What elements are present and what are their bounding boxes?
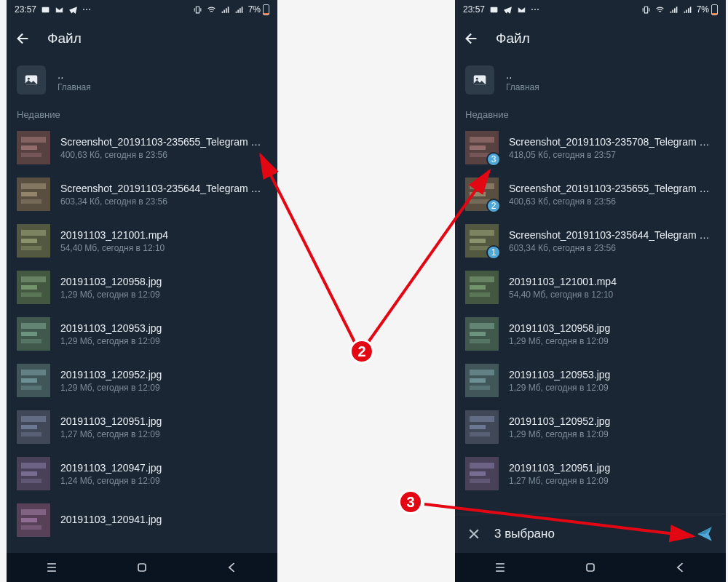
file-item[interactable]: 20191103_120951.jpg1,27 Мб, сегодня в 12… [455,450,726,497]
file-item[interactable]: 20191103_121001.mp454,40 Мб, сегодня в 1… [7,218,277,264]
file-thumbnail [17,224,50,258]
svg-rect-52 [470,192,486,196]
svg-rect-55 [470,230,494,236]
file-meta: 1,27 Мб, сегодня в 12:09 [509,476,716,486]
section-recent: Недавние [7,102,277,124]
annotation-step-3: 3 [398,490,423,514]
file-name: Screenshot_20191103-235708_Telegram X.jp… [509,136,716,148]
file-thumbnail [17,364,50,397]
svg-rect-30 [21,432,41,436]
mail-icon [55,5,64,15]
selection-bar: 3 выбрано [455,514,726,553]
telegram-icon [68,5,78,15]
svg-rect-32 [21,463,46,469]
file-thumbnail [17,503,50,537]
more-icon: ⋯ [82,4,91,15]
svg-rect-8 [21,183,46,189]
svg-rect-73 [470,432,490,436]
recents-icon[interactable] [44,560,59,575]
svg-rect-14 [21,246,41,250]
file-item[interactable]: 20191103_120958.jpg1,29 Мб, сегодня в 12… [455,311,726,357]
svg-rect-64 [470,332,486,336]
home-icon[interactable] [583,560,598,575]
file-list: 3Screenshot_20191103-235708_Telegram X.j… [455,124,726,514]
system-nav [7,553,277,582]
file-name: 20191103_120953.jpg [509,369,716,380]
page-title: Файл [47,31,82,47]
section-recent: Недавние [455,102,726,124]
file-name: 20191103_121001.mp4 [509,276,716,287]
phone-right: 23:57 ⋯ 7% Файл .. Главная Неда [455,0,726,582]
back-icon[interactable] [15,31,31,47]
status-bar: 23:57 ⋯ 7% [7,0,277,19]
file-thumbnail [465,457,499,490]
phone-left: 23:57 ⋯ 7% Файл .. Главная Неда [7,0,277,582]
file-item[interactable]: Screenshot_20191103-235655_Telegram X.jp… [7,124,277,171]
svg-rect-28 [21,416,46,422]
file-item[interactable]: 20191103_120953.jpg1,29 Мб, сегодня в 12… [455,357,726,404]
file-item[interactable]: 20191103_121001.mp454,40 Мб, сегодня в 1… [455,264,726,311]
svg-rect-36 [21,509,46,515]
file-name: 20191103_120953.jpg [60,322,267,334]
app-bar: Файл [455,19,726,58]
file-item[interactable]: 20191103_120941.jpg [7,497,277,543]
svg-rect-10 [21,199,41,204]
battery-indicator: 7% [248,4,269,15]
selection-badge: 1 [486,245,501,260]
file-item[interactable]: 1Screenshot_20191103-235644_Telegram X.j… [455,218,726,264]
svg-point-2 [28,78,30,80]
svg-rect-67 [470,370,494,375]
image-icon [465,65,494,95]
file-thumbnail: 2 [465,178,499,211]
svg-rect-48 [470,146,486,150]
file-item[interactable]: 2Screenshot_20191103-235655_Telegram X.j… [455,171,726,218]
file-meta: 1,29 Мб, сегодня в 12:09 [60,336,267,346]
file-item[interactable]: 20191103_120952.jpg1,29 Мб, сегодня в 12… [7,357,277,404]
file-name: 20191103_120952.jpg [509,415,716,427]
nav-up-label: Главная [506,82,539,92]
svg-rect-17 [21,285,37,290]
file-item[interactable]: 20191103_120958.jpg1,29 Мб, сегодня в 12… [7,264,277,311]
file-item[interactable]: 20191103_120953.jpg1,29 Мб, сегодня в 12… [7,311,277,357]
file-item[interactable]: 20191103_120952.jpg1,29 Мб, сегодня в 12… [455,404,726,450]
file-item[interactable]: 3Screenshot_20191103-235708_Telegram X.j… [455,124,726,171]
system-nav [455,553,726,582]
home-icon[interactable] [135,560,149,575]
svg-rect-33 [21,471,37,476]
svg-rect-42 [138,564,146,571]
back-softkey-icon[interactable] [225,560,240,575]
back-icon[interactable] [464,31,480,47]
file-item[interactable]: 20191103_120951.jpg1,27 Мб, сегодня в 12… [7,404,277,450]
file-thumbnail [465,271,499,304]
nav-up-dots: .. [506,68,539,81]
nav-up-row[interactable]: .. Главная [7,58,277,102]
nav-up-row[interactable]: .. Главная [455,58,726,102]
svg-rect-63 [470,323,494,329]
status-time: 23:57 [15,4,36,15]
svg-rect-61 [470,292,490,297]
send-icon[interactable] [695,525,714,543]
page-title: Файл [496,31,530,47]
status-bar: 23:57 ⋯ 7% [455,0,726,19]
file-item[interactable]: 20191103_120947.jpg1,24 Мб, сегодня в 12… [7,450,277,497]
back-softkey-icon[interactable] [673,560,688,575]
close-icon[interactable] [467,527,481,541]
file-thumbnail [465,364,499,397]
status-time: 23:57 [463,4,485,15]
signal2-icon [683,5,692,15]
file-item[interactable]: Screenshot_20191103-235644_Telegram X.jp… [7,171,277,218]
file-meta: 54,40 Мб, сегодня в 12:10 [509,290,716,300]
svg-rect-65 [470,339,490,343]
file-meta: 1,29 Мб, сегодня в 12:09 [509,383,716,393]
svg-rect-56 [470,239,486,243]
recents-icon[interactable] [493,560,507,575]
svg-rect-69 [470,386,490,390]
vibrate-icon [193,5,202,15]
wifi-icon [207,5,216,15]
svg-rect-24 [21,370,46,375]
telegram-icon [503,5,513,15]
svg-rect-72 [470,425,486,429]
mail-icon [517,5,526,15]
file-thumbnail [17,410,50,444]
file-list: Screenshot_20191103-235655_Telegram X.jp… [7,124,277,553]
